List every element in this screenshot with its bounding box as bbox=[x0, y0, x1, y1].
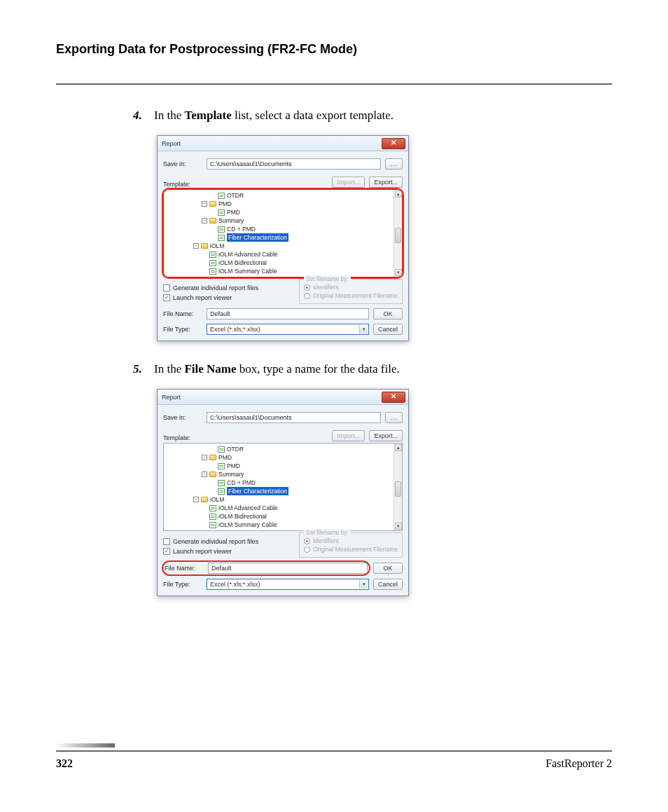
radio-original-row[interactable]: Original Measurement Filename bbox=[304, 292, 398, 299]
radio-original[interactable] bbox=[304, 546, 310, 553]
tree-otdr[interactable]: OTDR bbox=[227, 445, 244, 453]
page-number: 322 bbox=[56, 757, 73, 770]
tree-iolm[interactable]: iOLM bbox=[210, 495, 224, 504]
close-icon[interactable]: ✕ bbox=[382, 392, 405, 403]
launch-viewer-row[interactable]: ✓ Launch report viewer bbox=[163, 548, 291, 555]
close-icon[interactable]: ✕ bbox=[382, 138, 405, 149]
template-tree-panel[interactable]: OTDR −PMD PMD −Summary CD + PMD Fiber Ch… bbox=[163, 443, 403, 531]
folder-icon bbox=[201, 530, 208, 531]
scroll-up-icon[interactable]: ▴ bbox=[395, 191, 402, 198]
radio-original-label: Original Measurement Filename bbox=[313, 292, 398, 299]
dialog-titlebar[interactable]: Report ✕ bbox=[158, 390, 408, 405]
launch-viewer-checkbox[interactable]: ✓ bbox=[163, 548, 170, 555]
tree-fiber-char[interactable]: Fiber Characterization bbox=[227, 487, 288, 495]
tree-iolm-bi[interactable]: iOLM Bidirectional bbox=[218, 259, 267, 267]
cancel-button[interactable]: Cancel bbox=[373, 324, 403, 335]
tree-iolm-adv[interactable]: iOLM Advanced Cable bbox=[218, 504, 278, 512]
chevron-down-icon[interactable]: ▾ bbox=[359, 325, 368, 333]
gen-individual-row[interactable]: Generate individual report files bbox=[163, 538, 291, 545]
browse-button[interactable]: ... bbox=[385, 412, 403, 423]
tree-iolm-bi[interactable]: iOLM Bidirectional bbox=[218, 512, 267, 521]
tree-cd-pmd[interactable]: CD + PMD bbox=[227, 225, 256, 233]
ok-button[interactable]: OK bbox=[373, 308, 403, 319]
export-button[interactable]: Export... bbox=[369, 177, 403, 188]
filetype-value: Excel (*.xls;*.xlsx) bbox=[210, 326, 260, 333]
filename-input[interactable]: Default bbox=[207, 308, 369, 319]
tree-iolm-sum[interactable]: iOLM Summary Cable bbox=[218, 267, 277, 275]
tree-pmd-folder[interactable]: PMD bbox=[218, 200, 232, 208]
collapse-icon[interactable]: − bbox=[202, 218, 207, 223]
gen-individual-checkbox[interactable] bbox=[163, 538, 170, 545]
step-5-number: 5. bbox=[133, 362, 154, 376]
radio-identifiers-row[interactable]: Identifiers bbox=[304, 537, 398, 544]
tree-otdr[interactable]: OTDR bbox=[227, 191, 244, 200]
step-4-pre: In the bbox=[154, 109, 184, 122]
collapse-icon[interactable]: − bbox=[202, 201, 207, 207]
radio-identifiers-row[interactable]: Identifiers bbox=[304, 284, 398, 291]
save-in-input[interactable]: C:\Users\sasaul1\Documents bbox=[207, 412, 381, 423]
page-heading: Exporting Data for Postprocessing (FR2-F… bbox=[56, 42, 612, 57]
scroll-down-icon[interactable]: ▾ bbox=[395, 523, 402, 530]
scroll-thumb[interactable] bbox=[395, 481, 401, 497]
launch-viewer-row[interactable]: ✓ Launch report viewer bbox=[163, 294, 291, 301]
scroll-down-icon[interactable]: ▾ bbox=[395, 269, 402, 276]
tree-scrollbar[interactable]: ▴ ▾ bbox=[394, 443, 402, 530]
tree-fiber-char[interactable]: Fiber Characterization bbox=[227, 233, 288, 242]
tree-summary[interactable]: Summary bbox=[218, 216, 244, 225]
tree-pmd-file[interactable]: PMD bbox=[227, 462, 240, 470]
filetype-select[interactable]: Excel (*.xls;*.xlsx) ▾ bbox=[207, 324, 369, 335]
scroll-thumb[interactable] bbox=[395, 228, 401, 243]
save-in-input[interactable]: C:\Users\sasaul1\Documents bbox=[207, 158, 381, 170]
dialog-body: Save in: C:\Users\sasaul1\Documents ... … bbox=[158, 405, 408, 596]
template-tree-panel[interactable]: OTDR −PMD PMD −Summary CD + PMD Fiber Ch… bbox=[163, 189, 403, 277]
tree-pmd-file[interactable]: PMD bbox=[227, 208, 240, 216]
tree-pmd-folder[interactable]: PMD bbox=[218, 453, 232, 462]
dialog-1-wrap: Report ✕ Save in: C:\Users\sasaul1\Docum… bbox=[157, 135, 612, 341]
template-tree: OTDR −PMD PMD −Summary CD + PMD Fiber Ch… bbox=[164, 191, 392, 277]
set-filename-legend: Set filename by: bbox=[304, 275, 351, 282]
ok-button[interactable]: OK bbox=[373, 563, 403, 574]
tree-iolm-adv[interactable]: iOLM Advanced Cable bbox=[218, 250, 278, 259]
collapse-icon[interactable]: − bbox=[193, 277, 199, 277]
gen-individual-checkbox[interactable] bbox=[163, 284, 170, 291]
folder-icon bbox=[209, 472, 216, 477]
report-dialog-2: Report ✕ Save in: C:\Users\sasaul1\Docum… bbox=[157, 389, 409, 596]
scroll-up-icon[interactable]: ▴ bbox=[395, 444, 402, 451]
radio-original[interactable] bbox=[304, 293, 310, 299]
cancel-button[interactable]: Cancel bbox=[373, 579, 403, 590]
launch-viewer-checkbox[interactable]: ✓ bbox=[163, 294, 170, 301]
radio-identifiers[interactable] bbox=[304, 538, 310, 544]
chevron-down-icon[interactable]: ▾ bbox=[359, 580, 368, 589]
step-5-pre: In the bbox=[154, 362, 184, 376]
gen-individual-row[interactable]: Generate individual report files bbox=[163, 284, 291, 291]
export-button[interactable]: Export... bbox=[369, 430, 403, 441]
radio-identifiers[interactable] bbox=[304, 284, 310, 291]
browse-button[interactable]: ... bbox=[385, 158, 403, 170]
import-button[interactable]: Import... bbox=[332, 430, 365, 441]
collapse-icon[interactable]: − bbox=[202, 472, 207, 477]
collapse-icon[interactable]: − bbox=[193, 530, 199, 531]
tree-iolm[interactable]: iOLM bbox=[210, 242, 224, 250]
step-4-bold: Template bbox=[184, 109, 231, 122]
radio-identifiers-label: Identifiers bbox=[313, 284, 339, 291]
import-button[interactable]: Import... bbox=[332, 177, 365, 188]
collapse-icon[interactable]: − bbox=[193, 497, 199, 502]
step-5: 5. In the File Name box, type a name for… bbox=[133, 362, 612, 376]
tree-scrollbar[interactable]: ▴ ▾ bbox=[394, 190, 402, 277]
filename-input[interactable]: Default bbox=[208, 563, 368, 574]
dialog-titlebar[interactable]: Report ✕ bbox=[158, 136, 408, 151]
tree-summary[interactable]: Summary bbox=[218, 470, 244, 479]
tree-olts[interactable]: OLTS bbox=[210, 529, 225, 531]
tree-iolm-sum[interactable]: iOLM Summary Cable bbox=[218, 521, 277, 529]
collapse-icon[interactable]: − bbox=[193, 243, 199, 249]
tree-olts[interactable]: OLTS bbox=[210, 275, 225, 277]
document-page: Exporting Data for Postprocessing (FR2-F… bbox=[0, 0, 668, 812]
filetype-select[interactable]: Excel (*.xls;*.xlsx) ▾ bbox=[207, 579, 369, 590]
radio-original-row[interactable]: Original Measurement Filename bbox=[304, 546, 398, 553]
save-in-row: Save in: C:\Users\sasaul1\Documents ... bbox=[163, 412, 403, 423]
filetype-label: File Type: bbox=[163, 581, 202, 588]
folder-icon bbox=[201, 243, 208, 249]
collapse-icon[interactable]: − bbox=[202, 455, 207, 460]
gen-individual-label: Generate individual report files bbox=[173, 284, 258, 291]
tree-cd-pmd[interactable]: CD + PMD bbox=[227, 479, 256, 487]
